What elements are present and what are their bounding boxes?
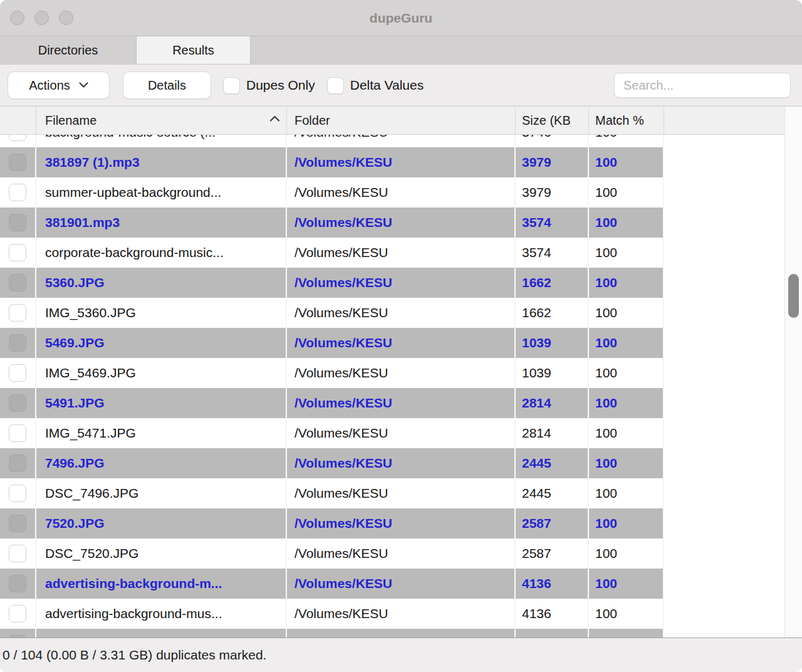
row-checkbox-cell	[0, 629, 36, 638]
row-checkbox-cell	[0, 177, 36, 207]
cell-filename: summer-upbeat-background...	[36, 177, 287, 207]
cell-folder: /Volumes/KESU	[287, 508, 516, 538]
cell-match: 100	[589, 298, 664, 328]
cell-size: 2587	[516, 508, 589, 538]
header-spacer	[664, 107, 784, 134]
row-checkbox-cell	[0, 569, 36, 599]
search-input[interactable]	[614, 73, 791, 98]
table-row[interactable]: IMG_5360.JPG/Volumes/KESU1662100	[0, 298, 664, 328]
table-row[interactable]: 5469.JPG/Volumes/KESU1039100	[0, 328, 664, 358]
vertical-scrollbar-track[interactable]	[784, 107, 802, 638]
cell-match: 100	[589, 418, 664, 448]
table-row[interactable]: 7496.JPG/Volumes/KESU2445100	[0, 448, 664, 478]
cell-size: 1662	[516, 268, 589, 298]
cell-size: 3979	[516, 177, 589, 207]
header-filename[interactable]: Filename	[36, 107, 287, 134]
delta-values-group: Delta Values	[327, 77, 424, 94]
table-row[interactable]: 381897 (1).mp3/Volumes/KESU3979100	[0, 147, 664, 177]
cell-size: 2814	[516, 418, 589, 448]
tab-results[interactable]: Results	[137, 36, 251, 64]
header-filename-label: Filename	[45, 113, 96, 128]
cell-filename: 7496.JPG	[36, 448, 287, 478]
cell-folder: /Volumes/KESU	[287, 569, 516, 599]
row-checkbox-cell	[0, 238, 36, 268]
cell-filename: advertising-background-m...	[36, 569, 287, 599]
header-size[interactable]: Size (KB	[516, 107, 589, 134]
actions-button[interactable]: Actions	[8, 71, 110, 99]
status-bar: 0 / 104 (0.00 B / 3.31 GB) duplicates ma…	[0, 638, 802, 672]
row-checkbox-cell	[0, 418, 36, 448]
header-match[interactable]: Match %	[589, 107, 664, 134]
vertical-scrollbar-thumb[interactable]	[788, 274, 799, 318]
reference-marker	[9, 515, 26, 532]
sort-ascending-icon	[269, 115, 280, 122]
cell-size: 3979	[516, 147, 589, 177]
cell-size	[516, 629, 589, 638]
header-folder-label: Folder	[294, 113, 330, 128]
row-checkbox[interactable]	[9, 304, 26, 322]
row-checkbox-cell	[0, 508, 36, 538]
table-row[interactable]: 7520.JPG/Volumes/KESU2587100	[0, 508, 664, 538]
toolbar: Actions Details Dupes Only Delta Values	[0, 65, 802, 107]
cell-size: 1662	[516, 298, 589, 328]
reference-marker	[9, 334, 26, 352]
cell-match: 100	[589, 358, 664, 388]
row-checkbox[interactable]	[9, 364, 26, 382]
table-row[interactable]: IMG_5469.JPG/Volumes/KESU1039100	[0, 358, 664, 388]
row-checkbox-cell	[0, 599, 36, 629]
row-checkbox[interactable]	[9, 545, 26, 562]
delta-values-checkbox[interactable]	[327, 77, 344, 94]
details-button-label: Details	[148, 78, 186, 93]
tab-directories-label: Directories	[38, 43, 98, 58]
row-checkbox[interactable]	[9, 135, 26, 141]
cell-filename: 381901.mp3	[36, 207, 287, 238]
cell-size: 3746	[516, 135, 589, 147]
row-checkbox[interactable]	[9, 605, 26, 622]
cell-filename: corporate-background-music...	[36, 238, 287, 268]
cell-match: 100	[589, 508, 664, 538]
table-row[interactable]: DSC_7496.JPG/Volumes/KESU2445100	[0, 478, 664, 508]
cell-filename: 7520.JPG	[36, 508, 287, 538]
tab-directories[interactable]: Directories	[0, 36, 137, 64]
cell-filename: 5360.JPG	[36, 268, 287, 298]
cell-filename: background-music...	[36, 629, 287, 638]
results-table: Filename Folder Size (KB Match % backgro…	[0, 107, 802, 638]
titlebar: dupeGuru	[0, 0, 802, 36]
table-row[interactable]: IMG_5471.JPG/Volumes/KESU2814100	[0, 418, 664, 448]
cell-match: 100	[589, 207, 664, 238]
table-row[interactable]: advertising-background-mus.../Volumes/KE…	[0, 599, 664, 629]
table-row[interactable]: advertising-background-m.../Volumes/KESU…	[0, 569, 664, 599]
table-row[interactable]: 381901.mp3/Volumes/KESU3574100	[0, 207, 664, 238]
row-checkbox[interactable]	[9, 184, 26, 201]
reference-marker	[9, 635, 26, 638]
cell-folder: /Volumes/KESU	[287, 328, 516, 358]
table-row[interactable]: background-music.../Volumes/KESU	[0, 629, 664, 638]
tab-results-label: Results	[172, 43, 214, 58]
table-row[interactable]: corporate-background-music.../Volumes/KE…	[0, 238, 664, 268]
cell-match: 100	[589, 538, 664, 569]
cell-size: 2445	[516, 478, 589, 508]
cell-folder: /Volumes/KESU	[287, 238, 516, 268]
dupeguru-window: dupeGuru Directories Results Actions Det…	[0, 0, 802, 672]
row-checkbox[interactable]	[9, 244, 26, 261]
cell-match: 100	[589, 599, 664, 629]
row-checkbox[interactable]	[9, 424, 26, 442]
header-size-label: Size (KB	[522, 113, 571, 128]
row-checkbox[interactable]	[9, 485, 26, 502]
table-row[interactable]: DSC_7520.JPG/Volumes/KESU2587100	[0, 538, 664, 569]
cell-match: 100	[589, 135, 664, 147]
dupes-only-group: Dupes Only	[223, 77, 315, 94]
cell-folder: /Volumes/KESU	[287, 177, 516, 207]
table-row[interactable]: summer-upbeat-background.../Volumes/KESU…	[0, 177, 664, 207]
table-row[interactable]: background-music-source (.../Volumes/KES…	[0, 135, 664, 147]
row-checkbox-cell	[0, 478, 36, 508]
cell-size: 2445	[516, 448, 589, 478]
cell-filename: IMG_5471.JPG	[36, 418, 287, 448]
cell-match: 100	[589, 238, 664, 268]
table-row[interactable]: 5360.JPG/Volumes/KESU1662100	[0, 268, 664, 298]
header-folder[interactable]: Folder	[287, 107, 516, 134]
table-row[interactable]: 5491.JPG/Volumes/KESU2814100	[0, 388, 664, 418]
dupes-only-checkbox[interactable]	[223, 77, 240, 94]
reference-marker	[9, 154, 26, 171]
details-button[interactable]: Details	[123, 71, 211, 99]
